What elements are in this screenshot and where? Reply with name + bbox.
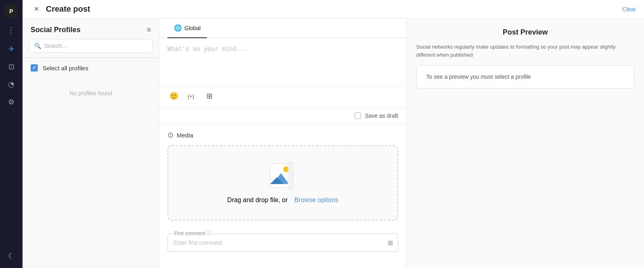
browse-text bbox=[291, 196, 293, 204]
globe-icon: 🌐 bbox=[174, 24, 182, 32]
select-all-row[interactable]: Select all profiles bbox=[23, 58, 159, 78]
editor-panel: 🌐 Global 🙂 {+} ⊞ bbox=[159, 18, 407, 268]
profiles-panel: Social Profiles ≡ 🔍 Select all profiles … bbox=[23, 18, 159, 268]
preview-title: Post Preview bbox=[416, 28, 634, 37]
media-title: Media bbox=[177, 132, 193, 139]
post-textarea-wrap bbox=[159, 38, 406, 86]
profiles-panel-title: Social Profiles bbox=[31, 26, 80, 34]
svg-rect-5 bbox=[288, 162, 293, 189]
emoji-button[interactable]: 🙂 bbox=[167, 90, 180, 102]
preview-panel: Post Preview Social networks regularly m… bbox=[407, 18, 644, 268]
profiles-header: Social Profiles ≡ bbox=[23, 18, 159, 39]
preview-select-profile-text: To see a preview you must select a profi… bbox=[426, 74, 531, 80]
clear-button[interactable]: Clear bbox=[623, 6, 636, 12]
draft-row: Save as draft bbox=[159, 108, 406, 124]
nav-item-dots: ⋯ bbox=[4, 24, 19, 39]
nav-item-moon[interactable]: ☾ bbox=[4, 249, 19, 263]
profiles-menu-icon[interactable]: ≡ bbox=[147, 26, 151, 34]
profiles-search-box: 🔍 bbox=[29, 39, 153, 53]
content-area: Social Profiles ≡ 🔍 Select all profiles … bbox=[23, 18, 644, 268]
close-button[interactable]: ✕ bbox=[31, 4, 42, 15]
first-comment-section: First comment ⓘ ⊞ bbox=[159, 227, 406, 258]
save-draft-checkbox[interactable] bbox=[355, 113, 361, 119]
left-nav: P ⋯ ✈ ⊡ ◔ ⚙ ☾ bbox=[0, 0, 23, 268]
save-draft-label: Save as draft bbox=[365, 113, 398, 119]
svg-text:{+}: {+} bbox=[188, 93, 194, 99]
select-all-checkbox[interactable] bbox=[31, 64, 38, 72]
post-textarea[interactable] bbox=[167, 45, 398, 77]
tab-bar: 🌐 Global bbox=[159, 18, 406, 38]
nav-item-paper-plane[interactable]: ✈ bbox=[4, 42, 19, 56]
drop-zone-text: Drag and drop file, or Browse options bbox=[227, 196, 338, 204]
first-comment-wrap: First comment ⓘ ⊞ bbox=[167, 233, 398, 252]
nav-item-inbox[interactable]: ⊡ bbox=[4, 59, 19, 74]
drop-text: Drag and drop file, or bbox=[227, 196, 287, 204]
first-comment-label-wrap: First comment ⓘ bbox=[173, 230, 213, 237]
search-icon: 🔍 bbox=[34, 43, 41, 49]
media-section: ⊙ Media bbox=[159, 124, 406, 227]
browse-options-button[interactable]: Browse options bbox=[294, 196, 338, 204]
search-input[interactable] bbox=[44, 43, 147, 49]
media-icon-button[interactable]: ⊞ bbox=[203, 90, 216, 102]
media-header-icon: ⊙ bbox=[167, 131, 173, 139]
media-dropzone[interactable]: Drag and drop file, or Browse options bbox=[167, 145, 398, 221]
page-title: Create post bbox=[46, 4, 90, 14]
tab-global[interactable]: 🌐 Global bbox=[167, 18, 207, 38]
media-illustration bbox=[267, 162, 299, 190]
no-profiles-message: No profiles found bbox=[23, 78, 159, 108]
nav-item-settings[interactable]: ⚙ bbox=[4, 95, 19, 109]
top-bar: ✕ Create post Clear bbox=[23, 0, 644, 18]
media-header: ⊙ Media bbox=[167, 131, 398, 139]
nav-logo: P bbox=[5, 5, 18, 18]
editor-scroll: 🌐 Global 🙂 {+} ⊞ bbox=[159, 18, 406, 268]
preview-notice: Social networks regularly make updates t… bbox=[416, 43, 634, 59]
post-toolbar: 🙂 {+} ⊞ bbox=[159, 86, 406, 108]
main-container: ✕ Create post Clear Social Profiles ≡ 🔍 … bbox=[23, 0, 644, 268]
preview-select-profile-box: To see a preview you must select a profi… bbox=[416, 65, 634, 88]
tab-global-label: Global bbox=[184, 25, 200, 31]
first-comment-label: First comment bbox=[174, 231, 205, 236]
nav-item-analytics[interactable]: ◔ bbox=[4, 77, 19, 92]
first-comment-media-icon[interactable]: ⊞ bbox=[388, 239, 393, 247]
variable-button[interactable]: {+} bbox=[185, 90, 198, 102]
select-all-label: Select all profiles bbox=[43, 65, 88, 72]
first-comment-info-icon: ⓘ bbox=[206, 230, 211, 237]
